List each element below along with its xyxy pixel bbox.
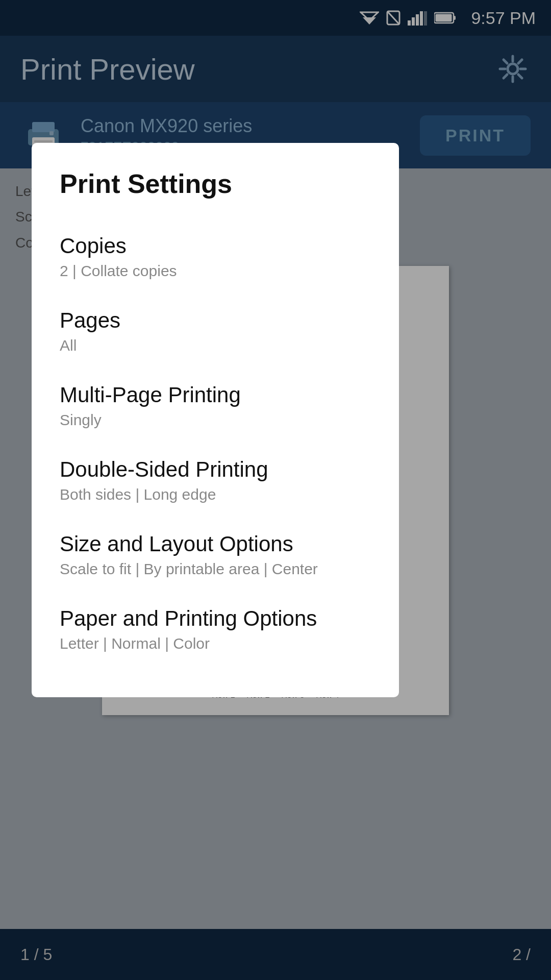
setting-doublesided-value: Both sides | Long edge [60,486,371,503]
setting-pages-label: Pages [60,308,371,333]
setting-multipage-value: Singly [60,411,371,429]
setting-multipage[interactable]: Multi-Page Printing Singly [60,369,371,443]
setting-size-layout-label: Size and Layout Options [60,532,371,556]
setting-size-layout[interactable]: Size and Layout Options Scale to fit | B… [60,518,371,592]
modal-title: Print Settings [60,168,371,199]
setting-doublesided[interactable]: Double-Sided Printing Both sides | Long … [60,443,371,518]
setting-pages-value: All [60,337,371,354]
setting-paper-printing[interactable]: Paper and Printing Options Letter | Norm… [60,592,371,667]
setting-multipage-label: Multi-Page Printing [60,383,371,407]
setting-copies[interactable]: Copies 2 | Collate copies [60,219,371,294]
setting-doublesided-label: Double-Sided Printing [60,457,371,482]
setting-paper-printing-value: Letter | Normal | Color [60,635,371,652]
setting-copies-label: Copies [60,234,371,258]
setting-copies-value: 2 | Collate copies [60,262,371,280]
setting-pages[interactable]: Pages All [60,294,371,369]
setting-size-layout-value: Scale to fit | By printable area | Cente… [60,560,371,578]
setting-paper-printing-label: Paper and Printing Options [60,606,371,631]
print-settings-modal: Print Settings Copies 2 | Collate copies… [32,143,399,697]
